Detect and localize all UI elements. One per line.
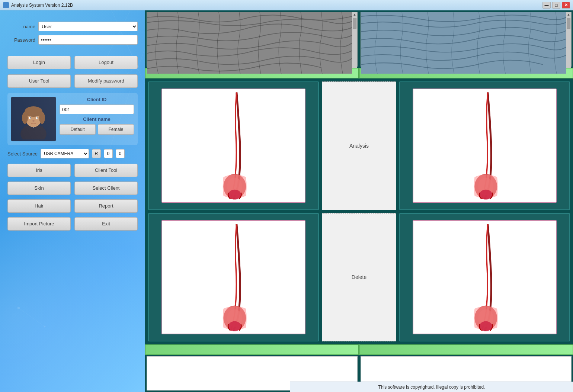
name-row: name User <box>7 22 138 31</box>
green-bar-bottom <box>145 344 573 355</box>
main-grid: Analysis <box>145 78 573 344</box>
image2-preview <box>361 12 566 74</box>
svg-point-35 <box>480 190 492 200</box>
svg-point-9 <box>44 326 45 327</box>
hair-card-2-inner <box>413 89 557 203</box>
client-name-row: Default Female <box>60 124 134 135</box>
source-row: Select Source USB CAMERA R 0 0 <box>7 149 138 158</box>
svg-rect-20 <box>25 112 42 115</box>
close-button[interactable]: ✕ <box>562 2 570 9</box>
status-text: This software is copyrighted. Illegal co… <box>378 385 485 390</box>
select-client-button[interactable]: Select Client <box>74 181 138 195</box>
exit-button[interactable]: Exit <box>74 217 138 231</box>
hair-card-3-inner <box>161 220 305 334</box>
password-label: Password <box>7 37 35 43</box>
client-name-female-button[interactable]: Female <box>98 124 134 135</box>
password-input[interactable] <box>38 35 138 45</box>
app-icon <box>3 2 9 8</box>
svg-point-25 <box>32 120 35 122</box>
delete-card[interactable]: Delete <box>322 213 396 342</box>
skin-button[interactable]: Skin <box>7 181 71 195</box>
image1-content: ▲ ▼ <box>147 12 357 74</box>
name-select[interactable]: User <box>38 22 138 31</box>
right-panel: ▲ ▼ HairF2016071309... ◄ ► <box>145 10 573 392</box>
hair-follicle-3 <box>162 221 305 334</box>
svg-line-10 <box>19 308 45 327</box>
svg-point-8 <box>17 307 20 309</box>
status-bar: This software is copyrighted. Illegal co… <box>290 382 573 392</box>
window-title: Analysis System Version 2.12B <box>3 2 73 8</box>
hair-button[interactable]: Hair <box>7 199 71 213</box>
client-section: Client ID Client name Default Female <box>7 93 138 145</box>
image2-content: ▲ ▼ <box>361 12 571 74</box>
client-id-input[interactable] <box>60 105 134 114</box>
svg-point-24 <box>37 118 38 119</box>
avatar-image <box>13 99 54 139</box>
svg-point-39 <box>228 321 241 331</box>
avatar <box>11 97 56 141</box>
delete-button-label[interactable]: Delete <box>352 274 366 280</box>
client-info: Client ID Client name Default Female <box>60 97 134 135</box>
hair-card-2 <box>399 81 570 210</box>
import-picture-button[interactable]: Import Picture <box>7 217 71 231</box>
image2-svg <box>361 12 566 74</box>
user-tool-button[interactable]: User Tool <box>7 74 71 88</box>
green-bar-bottom-left <box>145 344 359 355</box>
hair-follicle-4 <box>413 221 556 334</box>
client-id-label: Client ID <box>60 97 134 102</box>
analysis-card[interactable]: Analysis <box>322 81 396 210</box>
client-name-label: Client name <box>60 116 134 122</box>
analysis-button-label[interactable]: Analysis <box>349 143 369 149</box>
hair-follicle-1 <box>162 89 305 202</box>
hair-follicle-2 <box>413 89 556 202</box>
minimize-button[interactable]: — <box>542 2 551 9</box>
svg-rect-13 <box>24 126 43 138</box>
source-select[interactable]: USB CAMERA <box>41 149 89 158</box>
title-text: Analysis System Version 2.12B <box>11 3 73 8</box>
client-name-default-button[interactable]: Default <box>60 124 96 135</box>
source-num1: 0 <box>104 149 113 158</box>
user-tool-row: User Tool Modify password <box>7 74 138 88</box>
svg-point-23 <box>30 118 31 119</box>
source-label: Select Source <box>7 151 38 157</box>
left-panel: name User Password Login Logout User Too… <box>0 10 145 392</box>
svg-point-43 <box>480 321 492 331</box>
iris-button[interactable]: Iris <box>7 164 71 177</box>
hair-report-row: Hair Report <box>7 199 138 213</box>
hair-card-1 <box>148 81 319 210</box>
login-logout-row: Login Logout <box>7 56 138 69</box>
source-num2: 0 <box>116 149 125 158</box>
hair-card-4 <box>399 213 570 342</box>
image1-svg <box>147 12 352 74</box>
logout-button[interactable]: Logout <box>74 56 138 69</box>
report-button[interactable]: Report <box>74 199 138 213</box>
login-section: name User Password <box>7 18 138 52</box>
svg-rect-27 <box>361 12 566 74</box>
password-row: Password <box>7 35 138 45</box>
client-tool-button[interactable]: Client Tool <box>74 164 138 177</box>
import-exit-row: Import Picture Exit <box>7 217 138 231</box>
name-label: name <box>7 24 35 29</box>
hair-card-4-inner <box>413 220 557 334</box>
hair-card-1-inner <box>161 89 305 203</box>
image2-scrollbar[interactable]: ▲ ▼ <box>566 12 571 74</box>
login-button[interactable]: Login <box>7 56 71 69</box>
source-r-button[interactable]: R <box>92 149 101 158</box>
modify-password-button[interactable]: Modify password <box>74 74 138 88</box>
skin-select-row: Skin Select Client <box>7 181 138 195</box>
maximize-button[interactable]: □ <box>552 2 560 9</box>
window-controls: — □ ✕ <box>542 2 570 9</box>
svg-point-31 <box>228 190 241 200</box>
bottom-buttons: Iris Client Tool Skin Select Client Hair… <box>7 164 138 232</box>
top-images-row: ▲ ▼ HairF2016071309... ◄ ► <box>145 10 573 68</box>
main-container: name User Password Login Logout User Too… <box>0 10 573 392</box>
iris-client-row: Iris Client Tool <box>7 164 138 177</box>
green-bar-bottom-right <box>359 344 573 355</box>
image1-preview <box>147 12 352 74</box>
image1-scrollbar[interactable]: ▲ ▼ <box>352 12 357 74</box>
hair-card-3 <box>148 213 319 342</box>
window-chrome: Analysis System Version 2.12B — □ ✕ <box>0 0 573 10</box>
